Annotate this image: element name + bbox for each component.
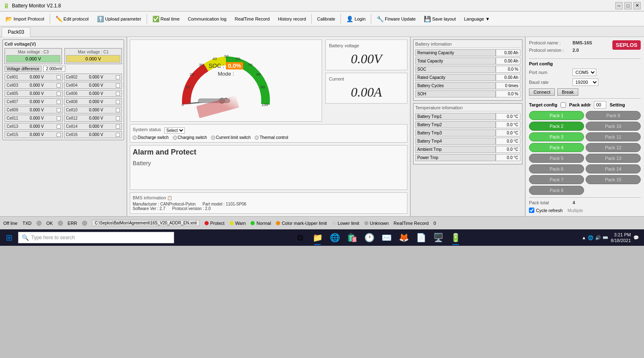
import-protocol-button[interactable]: 📂 Import Protocol <box>2 14 48 24</box>
notification-icon[interactable]: 💬 <box>633 235 639 240</box>
cell09-checkbox[interactable] <box>57 108 61 112</box>
comm-log-button[interactable]: Communication log <box>184 15 230 23</box>
temp-info-scroll[interactable]: Battery Tmp1 0.0 °C Battery Tmp2 0.0 °C … <box>415 113 520 162</box>
cell03-checkbox[interactable] <box>57 83 61 88</box>
pack-15-button[interactable]: Pack 15 <box>586 175 641 184</box>
list-item: Cell01 0.000 V <box>5 74 63 81</box>
taskbar-search[interactable]: 🔍 Type here to search <box>18 232 174 243</box>
status-bar: Off line TXD OK ERR C:\Seplos\BatMon\Agr… <box>0 216 644 229</box>
baud-rate-select[interactable]: 19200 9600 38400 115200 <box>573 79 598 86</box>
language-button[interactable]: Language ▼ <box>460 15 494 23</box>
port-num-select[interactable]: COM5 COM1 COM2 COM3 COM4 <box>573 69 596 76</box>
pack-10-button[interactable]: Pack 10 <box>586 122 641 131</box>
cell-voltage-panel: Cell voltage(V) Max voltage : C3 0.000 V… <box>0 37 127 216</box>
pack-9-button[interactable]: Pack 9 <box>586 111 641 120</box>
cell15-checkbox[interactable] <box>57 133 61 137</box>
pack-2-button[interactable]: Pack 2 <box>529 122 584 131</box>
pack-addr-checkbox[interactable] <box>561 102 566 108</box>
monitor-icon: 🖥️ <box>433 233 444 243</box>
start-button[interactable]: ⊞ <box>2 230 16 245</box>
taskbar-app-pdf[interactable]: 📄 <box>413 230 429 245</box>
history-record-button[interactable]: History record <box>274 15 310 23</box>
calibrate-button[interactable]: Calibrate <box>313 15 339 23</box>
taskbar-app-clock[interactable]: 🕐 <box>361 230 377 245</box>
pack-5-button[interactable]: Pack 5 <box>529 154 584 163</box>
pack-8-button[interactable]: Pack 8 <box>529 186 584 195</box>
warn-dot <box>230 221 234 225</box>
discharge-radio[interactable] <box>133 136 137 140</box>
toolbar: 📂 Import Protocol ✏️ Edit protocol ⬆️ Up… <box>0 12 644 26</box>
current-limit-radio[interactable] <box>211 136 215 140</box>
real-time-button[interactable]: ✅ Real time <box>149 14 183 24</box>
battery-cycles-row: Battery Cycles 0 times <box>415 82 520 89</box>
taskbar-sys-icons: ▲ 🌐 🔊 ⌨️ <box>582 235 608 240</box>
max-voltage-c3: Max voltage : C3 0.000 V <box>5 48 62 64</box>
taskbar-time[interactable]: 3:21 PM 8/18/2021 <box>611 232 631 244</box>
svg-text:90: 90 <box>261 85 265 89</box>
cell04-checkbox[interactable] <box>116 83 120 88</box>
battery-label: Battery <box>133 160 405 166</box>
tab-bar: Pack03 <box>0 26 644 37</box>
cycle-refresh-checkbox[interactable] <box>529 208 534 213</box>
cell13-checkbox[interactable] <box>57 125 61 129</box>
keyboard-icon[interactable]: ⌨️ <box>603 235 608 240</box>
taskbar-app-firefox[interactable]: 🦊 <box>396 230 412 245</box>
cell14-checkbox[interactable] <box>116 125 120 129</box>
battery-info-scroll[interactable]: Remaining Capacity 0.00 Ah Total Capacit… <box>415 49 520 99</box>
close-button[interactable]: ✕ <box>633 2 641 9</box>
system-tray-up-icon[interactable]: ▲ <box>582 235 586 240</box>
pack-11-button[interactable]: Pack 11 <box>586 132 641 141</box>
mode-display: Mode : <box>209 71 243 77</box>
firmware-update-button[interactable]: 🔧 Firware Update <box>373 14 419 24</box>
pack-6-button[interactable]: Pack 6 <box>529 164 584 173</box>
system-status-dropdown[interactable]: Select <box>164 127 185 134</box>
taskbar-app-store[interactable]: 🛍️ <box>344 230 360 245</box>
pack-12-button[interactable]: Pack 12 <box>586 143 641 152</box>
volume-icon[interactable]: 🔊 <box>595 235 601 240</box>
taskbar-app-task-view[interactable]: ⧉ <box>292 230 308 245</box>
minimize-button[interactable]: ─ <box>615 2 623 9</box>
thermal-radio[interactable] <box>255 136 259 140</box>
save-layout-button[interactable]: 💾 Save layout <box>420 14 459 24</box>
taskbar-app-mail[interactable]: ✉️ <box>378 230 395 245</box>
break-button[interactable]: Break <box>557 88 578 96</box>
pack-addr-input[interactable] <box>594 101 606 109</box>
cell01-checkbox[interactable] <box>57 75 61 79</box>
max-voltage-value: 0.000 V <box>6 55 60 62</box>
pack-3-button[interactable]: Pack 3 <box>529 132 584 141</box>
taskbar-app-battery-monitor[interactable]: 🔋 <box>447 230 464 245</box>
tab-pack03[interactable]: Pack03 <box>2 27 30 37</box>
pack-14-button[interactable]: Pack 14 <box>586 164 641 173</box>
cell08-checkbox[interactable] <box>116 100 120 104</box>
cell16-checkbox[interactable] <box>116 133 120 137</box>
taskbar-app-file-explorer[interactable]: 📁 <box>309 230 326 245</box>
cell06-checkbox[interactable] <box>116 92 120 96</box>
cell10-checkbox[interactable] <box>116 108 120 112</box>
charging-radio[interactable] <box>173 136 177 140</box>
current-box: Current 0.00A <box>325 73 407 104</box>
cell07-checkbox[interactable] <box>57 100 61 104</box>
pack-1-button[interactable]: Pack 1 <box>529 111 584 120</box>
cell11-checkbox[interactable] <box>57 116 61 120</box>
maximize-button[interactable]: □ <box>624 2 632 9</box>
pack-7-button[interactable]: Pack 7 <box>529 175 584 184</box>
network-icon[interactable]: 🌐 <box>588 235 593 240</box>
realtime-record-button[interactable]: RealTime Record <box>231 15 273 23</box>
cell02-checkbox[interactable] <box>116 75 120 79</box>
pack-4-button[interactable]: Pack 4 <box>529 143 584 152</box>
task-view-icon: ⧉ <box>297 233 303 243</box>
upload-parameter-button[interactable]: ⬆️ Upload parameter <box>93 14 145 24</box>
login-button[interactable]: 👤 Login <box>343 14 369 24</box>
svg-text:20: 20 <box>190 72 194 76</box>
realtime-record-label: RealTime Record <box>393 221 428 226</box>
bms-info-expand[interactable]: 📋 <box>167 196 172 200</box>
svg-text:50: 50 <box>224 54 229 58</box>
taskbar-app-edge[interactable]: 🌐 <box>327 230 343 245</box>
taskbar-app-monitor[interactable]: 🖥️ <box>430 230 446 245</box>
pack-13-button[interactable]: Pack 13 <box>586 154 641 163</box>
cell12-checkbox[interactable] <box>116 116 120 120</box>
cell05-checkbox[interactable] <box>57 92 61 96</box>
connect-button[interactable]: Connect <box>529 88 555 96</box>
app-icon: 🔋 <box>3 3 9 9</box>
edit-protocol-button[interactable]: ✏️ Edit protocol <box>52 14 92 24</box>
